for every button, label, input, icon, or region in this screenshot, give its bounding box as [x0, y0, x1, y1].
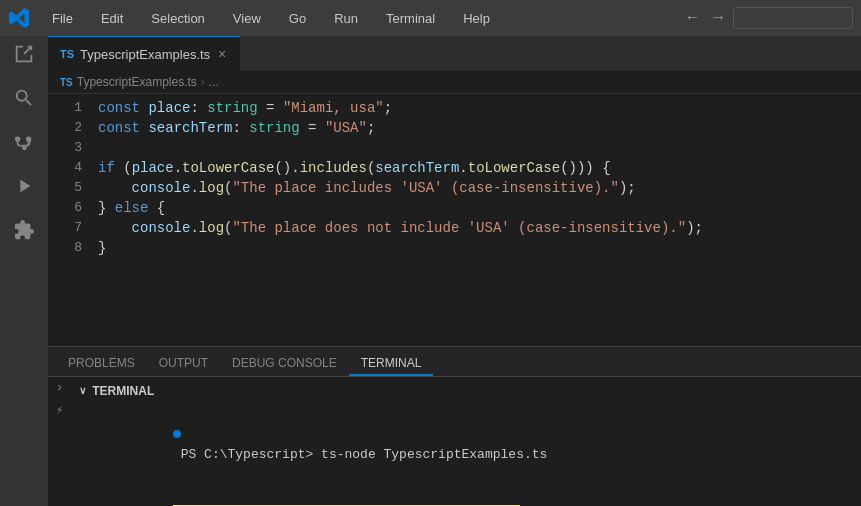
- tab-ts-badge: TS: [60, 48, 74, 60]
- code-token: if: [98, 160, 123, 176]
- terminal-output-line: The place includes 'USA' (case-insensiti…: [79, 485, 853, 506]
- tab-typescript-examples[interactable]: TS TypescriptExamples.ts ×: [48, 36, 240, 71]
- line-number: 1: [48, 98, 98, 118]
- terminal-label: TERMINAL: [92, 381, 154, 401]
- code-token: includes: [300, 160, 367, 176]
- code-token: =: [258, 100, 283, 116]
- vscode-logo-icon: [8, 7, 30, 29]
- main-layout: TS TypescriptExamples.ts × TS Typescript…: [0, 36, 861, 506]
- tab-close-button[interactable]: ×: [216, 46, 228, 62]
- line-number: 6: [48, 198, 98, 218]
- code-token: {: [148, 200, 165, 216]
- menu-bar: File Edit Selection View Go Run Terminal…: [0, 0, 861, 36]
- editor-area: TS TypescriptExamples.ts × TS Typescript…: [48, 36, 861, 506]
- panel-tabs: PROBLEMS OUTPUT DEBUG CONSOLE TERMINAL: [48, 347, 861, 377]
- breadcrumb-filename[interactable]: TypescriptExamples.ts: [77, 75, 197, 89]
- code-token: place: [132, 160, 174, 176]
- line-content: } else {: [98, 198, 861, 218]
- code-token: place: [148, 100, 190, 116]
- code-token: string: [249, 120, 299, 136]
- menu-view[interactable]: View: [227, 9, 267, 28]
- terminal-chevron-icon: ∨: [79, 381, 86, 401]
- terminal-header: ∨ TERMINAL: [79, 381, 853, 401]
- back-button[interactable]: ←: [682, 7, 704, 29]
- code-token: searchTerm: [148, 120, 232, 136]
- nav-buttons: ← →: [682, 7, 853, 29]
- code-token: :: [232, 120, 249, 136]
- terminal-dot-icon: [173, 430, 181, 438]
- code-token: else: [115, 200, 149, 216]
- code-token: log: [199, 180, 224, 196]
- code-line: 7 console.log("The place does not includ…: [48, 218, 861, 238]
- menu-help[interactable]: Help: [457, 9, 496, 28]
- menu-terminal[interactable]: Terminal: [380, 9, 441, 28]
- line-number: 8: [48, 238, 98, 258]
- title-search-input[interactable]: [733, 7, 853, 29]
- menu-go[interactable]: Go: [283, 9, 312, 28]
- search-icon[interactable]: [10, 84, 38, 112]
- code-token: "USA": [325, 120, 367, 136]
- code-token: =: [300, 120, 325, 136]
- code-token: console: [132, 220, 191, 236]
- activity-bar: [0, 36, 48, 506]
- code-token: "The place includes 'USA' (case-insensit…: [232, 180, 618, 196]
- terminal-area[interactable]: ∨ TERMINAL PS C:\Typescript> ts-node Typ…: [71, 377, 861, 506]
- code-line: 8}: [48, 238, 861, 258]
- code-line: 6} else {: [48, 198, 861, 218]
- line-content: console.log("The place does not include …: [98, 218, 861, 238]
- explorer-icon[interactable]: [10, 40, 38, 68]
- code-token: toLowerCase: [182, 160, 274, 176]
- menu-edit[interactable]: Edit: [95, 9, 129, 28]
- panel-expand-icon[interactable]: ›: [56, 381, 63, 395]
- tab-terminal[interactable]: TERMINAL: [349, 352, 434, 376]
- line-number: 2: [48, 118, 98, 138]
- panel-plug-icon[interactable]: ⚡: [56, 403, 63, 418]
- forward-button[interactable]: →: [707, 7, 729, 29]
- tab-output[interactable]: OUTPUT: [147, 352, 220, 376]
- menu-file[interactable]: File: [46, 9, 79, 28]
- panel: PROBLEMS OUTPUT DEBUG CONSOLE TERMINAL ›…: [48, 346, 861, 506]
- code-token: [98, 180, 132, 196]
- breadcrumb-ellipsis: ...: [209, 75, 219, 89]
- code-token: [98, 220, 132, 236]
- run-debug-icon[interactable]: [10, 172, 38, 200]
- tab-problems[interactable]: PROBLEMS: [56, 352, 147, 376]
- code-token: :: [190, 100, 207, 116]
- code-token: ().: [274, 160, 299, 176]
- menu-run[interactable]: Run: [328, 9, 364, 28]
- terminal-cmd: [173, 447, 181, 462]
- code-line: 3: [48, 138, 861, 158]
- terminal-command-line: PS C:\Typescript> ts-node TypescriptExam…: [79, 405, 853, 485]
- code-token: "Miami, usa": [283, 100, 384, 116]
- code-token: }: [98, 200, 115, 216]
- code-token: (: [123, 160, 131, 176]
- code-token: .: [174, 160, 182, 176]
- code-token: .: [190, 180, 198, 196]
- breadcrumb-ts-badge: TS: [60, 77, 73, 88]
- line-content: const searchTerm: string = "USA";: [98, 118, 861, 138]
- line-content: console.log("The place includes 'USA' (c…: [98, 178, 861, 198]
- breadcrumb: TS TypescriptExamples.ts › ...: [48, 71, 861, 94]
- line-content: const place: string = "Miami, usa";: [98, 98, 861, 118]
- line-number: 3: [48, 138, 98, 158]
- code-editor[interactable]: 1const place: string = "Miami, usa";2con…: [48, 94, 861, 346]
- line-content: }: [98, 238, 861, 258]
- line-content: if (place.toLowerCase().includes(searchT…: [98, 158, 861, 178]
- code-token: "The place does not include 'USA' (case-…: [232, 220, 686, 236]
- panel-content: › ⚡ ∨ TERMINAL PS C:\Typescript> ts-node…: [48, 377, 861, 506]
- tab-debug-console[interactable]: DEBUG CONSOLE: [220, 352, 349, 376]
- menu-selection[interactable]: Selection: [145, 9, 210, 28]
- extensions-icon[interactable]: [10, 216, 38, 244]
- code-token: string: [207, 100, 257, 116]
- code-line: 1const place: string = "Miami, usa";: [48, 98, 861, 118]
- breadcrumb-separator: ›: [201, 75, 205, 89]
- source-control-icon[interactable]: [10, 128, 38, 156]
- code-token: log: [199, 220, 224, 236]
- line-number: 7: [48, 218, 98, 238]
- code-token: ())) {: [560, 160, 610, 176]
- code-token: console: [132, 180, 191, 196]
- tab-filename: TypescriptExamples.ts: [80, 47, 210, 62]
- code-token: .: [459, 160, 467, 176]
- code-token: searchTerm: [375, 160, 459, 176]
- code-token: );: [619, 180, 636, 196]
